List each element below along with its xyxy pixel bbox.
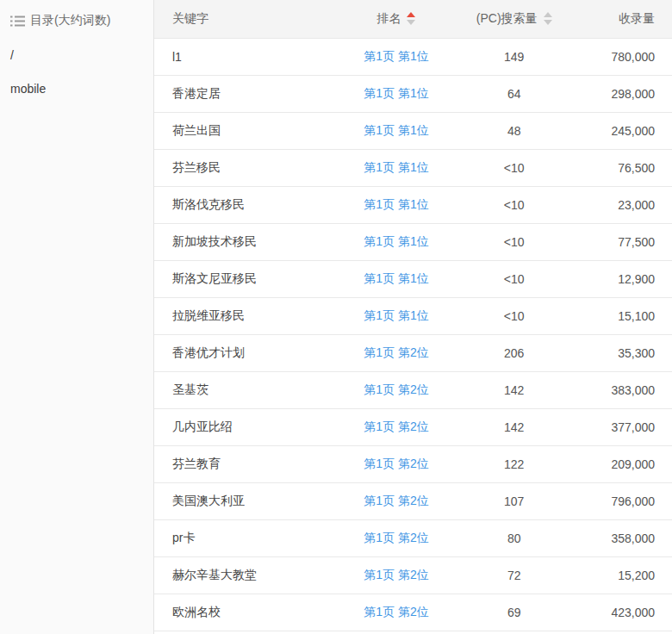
rank-link[interactable]: 第1页 第1位 (364, 197, 428, 211)
pc-search-volume-cell: 122 (457, 445, 571, 482)
indexed-count-cell: 15,200 (571, 556, 672, 594)
column-header-indexed: 收录量 (571, 0, 672, 38)
indexed-count-cell: 377,000 (571, 408, 672, 445)
indexed-count-cell: 383,000 (571, 371, 672, 408)
pc-search-volume-cell: 64 (457, 75, 571, 112)
rank-link[interactable]: 第1页 第1位 (364, 234, 428, 248)
table-row: 新加坡技术移民 第1页 第1位 <10 77,500 (154, 223, 672, 260)
keyword-cell: 欧洲名校 (154, 594, 335, 631)
indexed-count-cell: 298,000 (571, 75, 672, 112)
column-header-pc-search-volume-label: (PC)搜索量 (476, 11, 538, 27)
rank-link[interactable]: 第1页 第2位 (364, 568, 428, 581)
sort-toggle-pc-search-volume-icon[interactable] (544, 12, 552, 25)
keyword-cell: 赫尔辛基大教堂 (154, 556, 335, 594)
table-row: 斯洛文尼亚移民 第1页 第1位 <10 12,900 (154, 260, 672, 297)
column-header-rank[interactable]: 排名 (335, 0, 457, 38)
keyword-cell: pr卡 (154, 519, 335, 556)
keyword-cell: 新加坡技术移民 (154, 223, 335, 260)
keyword-cell: 芬兰教育 (154, 445, 335, 482)
column-header-rank-label: 排名 (376, 11, 401, 27)
rank-link[interactable]: 第1页 第2位 (364, 420, 428, 433)
sidebar-item-root[interactable]: / (10, 48, 143, 62)
directory-title: 目录(大约词数) (10, 13, 143, 28)
keyword-table: 关键字 排名 (PC)搜索量 (154, 0, 672, 631)
pc-search-volume-cell: <10 (457, 186, 571, 223)
rank-link[interactable]: 第1页 第1位 (364, 86, 428, 100)
pc-search-volume-cell: 69 (457, 594, 571, 631)
indexed-count-cell: 358,000 (571, 519, 672, 556)
keyword-cell: 拉脱维亚移民 (154, 297, 335, 334)
directory-title-label: 目录(大约词数) (30, 13, 110, 28)
indexed-count-cell: 780,000 (571, 38, 672, 75)
keyword-cell: 香港定居 (154, 75, 335, 112)
list-icon (10, 16, 25, 27)
table-row: 斯洛伐克移民 第1页 第1位 <10 23,000 (154, 186, 672, 223)
table-row: 荷兰出国 第1页 第1位 48 245,000 (154, 112, 672, 149)
indexed-count-cell: 12,900 (571, 260, 672, 297)
rank-link[interactable]: 第1页 第2位 (364, 494, 428, 507)
table-row: 拉脱维亚移民 第1页 第1位 <10 15,100 (154, 297, 672, 334)
keyword-cell: 斯洛文尼亚移民 (154, 260, 335, 297)
indexed-count-cell: 796,000 (571, 482, 672, 519)
table-row: 芬兰教育 第1页 第2位 122 209,000 (154, 445, 672, 482)
table-row: 美国澳大利亚 第1页 第2位 107 796,000 (154, 482, 672, 519)
rank-link[interactable]: 第1页 第2位 (364, 382, 428, 396)
pc-search-volume-cell: 80 (457, 519, 571, 556)
keyword-cell: 美国澳大利亚 (154, 482, 335, 519)
pc-search-volume-cell: 48 (457, 112, 571, 149)
pc-search-volume-cell: 142 (457, 371, 571, 408)
rank-link[interactable]: 第1页 第2位 (364, 345, 428, 359)
keyword-rank-app: 目录(大约词数) / mobile 关键字 排名 (0, 0, 672, 634)
column-header-keyword: 关键字 (154, 0, 335, 38)
column-header-pc-search-volume[interactable]: (PC)搜索量 (457, 0, 571, 38)
table-row: 香港定居 第1页 第1位 64 298,000 (154, 75, 672, 112)
pc-search-volume-cell: 142 (457, 408, 571, 445)
pc-search-volume-cell: 107 (457, 482, 571, 519)
rank-link[interactable]: 第1页 第1位 (364, 308, 428, 322)
rank-link[interactable]: 第1页 第2位 (364, 457, 428, 470)
sidebar-item-mobile[interactable]: mobile (10, 82, 143, 96)
sort-toggle-rank-icon[interactable] (407, 12, 415, 25)
rank-link[interactable]: 第1页 第1位 (364, 271, 428, 285)
table-header-row: 关键字 排名 (PC)搜索量 (154, 0, 672, 38)
keyword-cell: 斯洛伐克移民 (154, 186, 335, 223)
indexed-count-cell: 423,000 (571, 594, 672, 631)
pc-search-volume-cell: 206 (457, 334, 571, 371)
rank-link[interactable]: 第1页 第1位 (364, 160, 428, 174)
pc-search-volume-cell: 72 (457, 556, 571, 594)
rank-link[interactable]: 第1页 第1位 (364, 123, 428, 137)
table-row: 芬兰移民 第1页 第1位 <10 76,500 (154, 149, 672, 186)
table-row: l1 第1页 第1位 149 780,000 (154, 38, 672, 75)
table-row: 香港优才计划 第1页 第2位 206 35,300 (154, 334, 672, 371)
indexed-count-cell: 15,100 (571, 297, 672, 334)
table-row: 赫尔辛基大教堂 第1页 第2位 72 15,200 (154, 556, 672, 594)
indexed-count-cell: 209,000 (571, 445, 672, 482)
pc-search-volume-cell: <10 (457, 260, 571, 297)
table-row: pr卡 第1页 第2位 80 358,000 (154, 519, 672, 556)
keyword-cell: l1 (154, 38, 335, 75)
indexed-count-cell: 77,500 (571, 223, 672, 260)
rank-link[interactable]: 第1页 第2位 (364, 531, 428, 544)
keyword-cell: 荷兰出国 (154, 112, 335, 149)
indexed-count-cell: 23,000 (571, 186, 672, 223)
directory-sidebar: 目录(大约词数) / mobile (0, 0, 154, 634)
table-row: 几内亚比绍 第1页 第2位 142 377,000 (154, 408, 672, 445)
table-row: 欧洲名校 第1页 第2位 69 423,000 (154, 594, 672, 631)
keyword-cell: 圣基茨 (154, 371, 335, 408)
rank-link[interactable]: 第1页 第2位 (364, 605, 428, 618)
keyword-cell: 香港优才计划 (154, 334, 335, 371)
indexed-count-cell: 245,000 (571, 112, 672, 149)
keyword-table-panel: 关键字 排名 (PC)搜索量 (154, 0, 672, 634)
rank-link[interactable]: 第1页 第1位 (364, 49, 428, 63)
indexed-count-cell: 76,500 (571, 149, 672, 186)
table-body: l1 第1页 第1位 149 780,000 香港定居 第1页 第1位 64 2… (154, 38, 672, 631)
indexed-count-cell: 35,300 (571, 334, 672, 371)
keyword-cell: 几内亚比绍 (154, 408, 335, 445)
pc-search-volume-cell: <10 (457, 223, 571, 260)
pc-search-volume-cell: <10 (457, 297, 571, 334)
pc-search-volume-cell: 149 (457, 38, 571, 75)
pc-search-volume-cell: <10 (457, 149, 571, 186)
keyword-cell: 芬兰移民 (154, 149, 335, 186)
table-row: 圣基茨 第1页 第2位 142 383,000 (154, 371, 672, 408)
